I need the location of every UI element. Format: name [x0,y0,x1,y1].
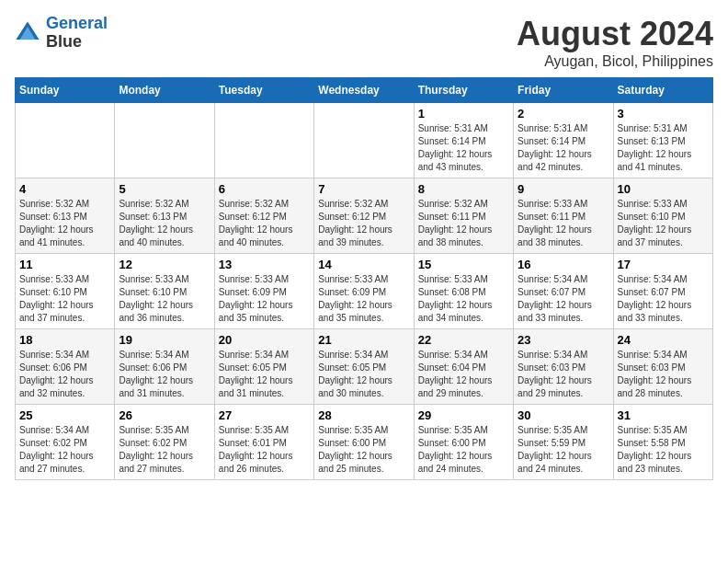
calendar-week-3: 11Sunrise: 5:33 AMSunset: 6:10 PMDayligh… [16,254,713,329]
day-info: Sunrise: 5:34 AMSunset: 6:07 PMDaylight:… [618,273,709,325]
calendar-cell: 14Sunrise: 5:33 AMSunset: 6:09 PMDayligh… [314,254,414,329]
day-info: Sunrise: 5:33 AMSunset: 6:10 PMDaylight:… [119,273,210,325]
col-header-wednesday: Wednesday [314,78,414,103]
day-info: Sunrise: 5:33 AMSunset: 6:09 PMDaylight:… [219,273,310,325]
day-info: Sunrise: 5:34 AMSunset: 6:07 PMDaylight:… [518,273,609,325]
day-number: 23 [518,333,609,347]
calendar-cell: 31Sunrise: 5:35 AMSunset: 5:58 PMDayligh… [613,405,712,480]
day-number: 28 [318,408,409,422]
calendar-cell: 26Sunrise: 5:35 AMSunset: 6:02 PMDayligh… [115,405,214,480]
calendar-week-1: 1Sunrise: 5:31 AMSunset: 6:14 PMDaylight… [16,103,713,178]
day-info: Sunrise: 5:33 AMSunset: 6:10 PMDaylight:… [618,198,709,249]
day-info: Sunrise: 5:34 AMSunset: 6:03 PMDaylight:… [618,349,709,400]
day-number: 16 [518,258,609,271]
day-info: Sunrise: 5:35 AMSunset: 6:02 PMDaylight:… [119,424,210,476]
calendar-cell: 5Sunrise: 5:32 AMSunset: 6:13 PMDaylight… [115,178,214,254]
col-header-friday: Friday [514,78,613,103]
logo-icon [15,20,40,46]
calendar-cell: 18Sunrise: 5:34 AMSunset: 6:06 PMDayligh… [16,329,115,405]
day-number: 9 [518,182,609,196]
day-number: 13 [219,258,310,271]
day-number: 6 [219,182,310,196]
day-number: 30 [518,408,609,422]
logo-text: General Blue [46,15,108,52]
calendar-cell: 9Sunrise: 5:33 AMSunset: 6:11 PMDaylight… [514,178,613,254]
day-info: Sunrise: 5:35 AMSunset: 5:59 PMDaylight:… [518,424,609,476]
day-number: 19 [119,333,210,347]
day-number: 7 [318,182,409,196]
calendar-cell: 7Sunrise: 5:32 AMSunset: 6:12 PMDaylight… [314,178,414,254]
day-info: Sunrise: 5:34 AMSunset: 6:02 PMDaylight:… [19,424,110,476]
calendar-week-4: 18Sunrise: 5:34 AMSunset: 6:06 PMDayligh… [16,329,713,405]
calendar-week-2: 4Sunrise: 5:32 AMSunset: 6:13 PMDaylight… [16,178,713,254]
calendar-cell: 12Sunrise: 5:33 AMSunset: 6:10 PMDayligh… [115,254,214,329]
calendar-week-5: 25Sunrise: 5:34 AMSunset: 6:02 PMDayligh… [16,405,713,480]
page-header: General Blue August 2024 Ayugan, Bicol, … [15,15,713,70]
day-info: Sunrise: 5:34 AMSunset: 6:05 PMDaylight:… [219,349,310,400]
calendar-cell [214,103,313,178]
calendar-cell: 10Sunrise: 5:33 AMSunset: 6:10 PMDayligh… [613,178,712,254]
col-header-tuesday: Tuesday [214,78,313,103]
day-info: Sunrise: 5:34 AMSunset: 6:06 PMDaylight:… [119,349,210,400]
day-number: 29 [418,408,509,422]
day-info: Sunrise: 5:32 AMSunset: 6:13 PMDaylight:… [19,198,110,249]
calendar-cell: 23Sunrise: 5:34 AMSunset: 6:03 PMDayligh… [514,329,613,405]
calendar-cell: 13Sunrise: 5:33 AMSunset: 6:09 PMDayligh… [214,254,313,329]
calendar-cell [16,103,115,178]
calendar-cell: 28Sunrise: 5:35 AMSunset: 6:00 PMDayligh… [314,405,414,480]
day-number: 24 [618,333,709,347]
calendar-cell: 3Sunrise: 5:31 AMSunset: 6:13 PMDaylight… [613,103,712,178]
day-info: Sunrise: 5:35 AMSunset: 6:00 PMDaylight:… [318,424,409,476]
day-info: Sunrise: 5:32 AMSunset: 6:12 PMDaylight:… [219,198,310,249]
day-number: 20 [219,333,310,347]
day-number: 10 [618,182,709,196]
day-info: Sunrise: 5:35 AMSunset: 6:01 PMDaylight:… [219,424,310,476]
day-number: 17 [618,258,709,271]
day-info: Sunrise: 5:34 AMSunset: 6:06 PMDaylight:… [19,349,110,400]
day-info: Sunrise: 5:31 AMSunset: 6:14 PMDaylight:… [518,122,609,174]
calendar-cell: 1Sunrise: 5:31 AMSunset: 6:14 PMDaylight… [414,103,513,178]
calendar-cell: 25Sunrise: 5:34 AMSunset: 6:02 PMDayligh… [16,405,115,480]
day-number: 5 [119,182,210,196]
calendar-cell: 29Sunrise: 5:35 AMSunset: 6:00 PMDayligh… [414,405,513,480]
calendar-cell: 8Sunrise: 5:32 AMSunset: 6:11 PMDaylight… [414,178,513,254]
day-number: 2 [518,107,609,121]
calendar-cell [314,103,414,178]
day-info: Sunrise: 5:33 AMSunset: 6:08 PMDaylight:… [418,273,509,325]
calendar-cell: 21Sunrise: 5:34 AMSunset: 6:05 PMDayligh… [314,329,414,405]
day-info: Sunrise: 5:34 AMSunset: 6:04 PMDaylight:… [418,349,509,400]
col-header-thursday: Thursday [414,78,513,103]
col-header-sunday: Sunday [16,78,115,103]
day-number: 4 [19,182,110,196]
calendar-cell: 17Sunrise: 5:34 AMSunset: 6:07 PMDayligh… [613,254,712,329]
day-info: Sunrise: 5:34 AMSunset: 6:03 PMDaylight:… [518,349,609,400]
day-info: Sunrise: 5:33 AMSunset: 6:09 PMDaylight:… [318,273,409,325]
calendar-cell: 20Sunrise: 5:34 AMSunset: 6:05 PMDayligh… [214,329,313,405]
calendar-subtitle: Ayugan, Bicol, Philippines [517,53,713,70]
calendar-cell: 6Sunrise: 5:32 AMSunset: 6:12 PMDaylight… [214,178,313,254]
day-number: 12 [119,258,210,271]
day-number: 15 [418,258,509,271]
calendar-cell: 30Sunrise: 5:35 AMSunset: 5:59 PMDayligh… [514,405,613,480]
day-number: 8 [418,182,509,196]
day-info: Sunrise: 5:32 AMSunset: 6:11 PMDaylight:… [418,198,509,249]
col-header-saturday: Saturday [613,78,712,103]
day-info: Sunrise: 5:32 AMSunset: 6:12 PMDaylight:… [318,198,409,249]
col-header-monday: Monday [115,78,214,103]
day-number: 1 [418,107,509,121]
calendar-title: August 2024 [517,15,713,53]
calendar-cell: 24Sunrise: 5:34 AMSunset: 6:03 PMDayligh… [613,329,712,405]
calendar-cell: 4Sunrise: 5:32 AMSunset: 6:13 PMDaylight… [16,178,115,254]
calendar-cell: 15Sunrise: 5:33 AMSunset: 6:08 PMDayligh… [414,254,513,329]
calendar-cell: 11Sunrise: 5:33 AMSunset: 6:10 PMDayligh… [16,254,115,329]
day-number: 21 [318,333,409,347]
header-row: SundayMondayTuesdayWednesdayThursdayFrid… [16,78,713,103]
title-block: August 2024 Ayugan, Bicol, Philippines [517,15,713,70]
day-info: Sunrise: 5:34 AMSunset: 6:05 PMDaylight:… [318,349,409,400]
day-number: 11 [19,258,110,271]
day-info: Sunrise: 5:31 AMSunset: 6:13 PMDaylight:… [618,122,709,174]
day-info: Sunrise: 5:35 AMSunset: 5:58 PMDaylight:… [618,424,709,476]
logo: General Blue [15,15,108,52]
calendar-cell: 2Sunrise: 5:31 AMSunset: 6:14 PMDaylight… [514,103,613,178]
calendar-table: SundayMondayTuesdayWednesdayThursdayFrid… [15,77,713,480]
